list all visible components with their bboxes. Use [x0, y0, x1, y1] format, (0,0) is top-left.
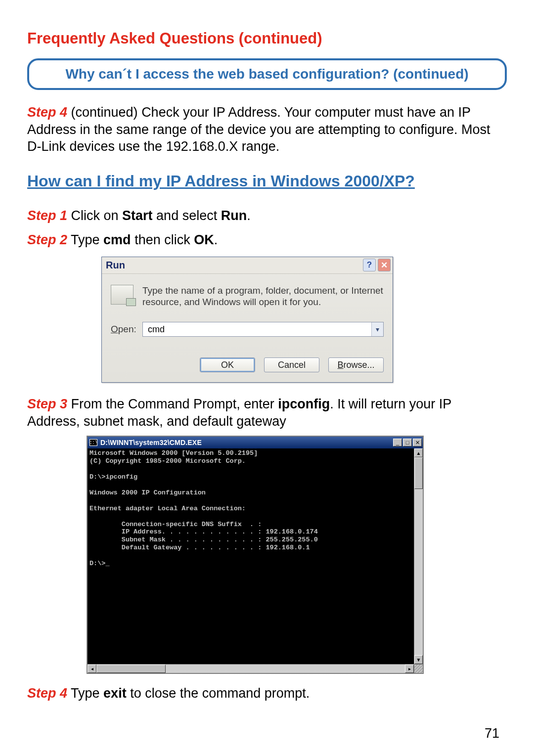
help-button[interactable]: ?	[363, 259, 376, 271]
ok-button[interactable]: OK	[200, 357, 255, 372]
faq-title: Frequently Asked Questions (continued)	[27, 30, 507, 47]
resize-grip-icon[interactable]	[414, 665, 423, 673]
page-number: 71	[485, 726, 499, 741]
scroll-left-icon[interactable]: ◂	[88, 665, 96, 673]
step4-label: Step 4	[27, 686, 67, 701]
open-label: Open:	[111, 324, 142, 335]
step3-line: Step 3 From the Command Prompt, enter ip…	[27, 396, 507, 430]
step2-label: Step 2	[27, 232, 67, 247]
chevron-down-icon[interactable]: ▾	[371, 322, 383, 336]
cmd-titlebar: c:\ D:\WINNT\system32\CMD.EXE _ □ ✕	[88, 437, 423, 448]
step4-cont-paragraph: Step 4 (continued) Check your IP Address…	[27, 104, 507, 155]
hscroll-track[interactable]	[96, 665, 405, 673]
run-dialog: Run ? ✕ Type the name of a program, fold…	[101, 257, 393, 383]
browse-button[interactable]: Browse...	[328, 357, 384, 372]
open-value: cmd	[148, 324, 371, 335]
horizontal-scrollbar[interactable]: ◂ ▸	[88, 664, 423, 673]
question-text: Why can´t I access the web based configu…	[65, 66, 468, 82]
scroll-up-icon[interactable]: ▲	[414, 448, 423, 457]
step2-line: Step 2 Type cmd then click OK.	[27, 232, 507, 248]
run-title: Run	[106, 260, 361, 271]
cancel-button[interactable]: Cancel	[264, 357, 319, 372]
run-icon	[111, 285, 134, 305]
scroll-thumb[interactable]	[414, 457, 423, 489]
close-button[interactable]: ✕	[413, 439, 422, 446]
minimize-button[interactable]: _	[393, 439, 402, 446]
question-box: Why can´t I access the web based configu…	[27, 58, 507, 90]
run-dialog-figure: Run ? ✕ Type the name of a program, fold…	[101, 257, 507, 383]
step-cont: (continued)	[67, 105, 141, 120]
close-button[interactable]: ✕	[378, 259, 391, 271]
step4-line: Step 4 Type exit to close the command pr…	[27, 686, 507, 701]
cmd-window-figure: c:\ D:\WINNT\system32\CMD.EXE _ □ ✕ Micr…	[87, 436, 507, 674]
cmd-window: c:\ D:\WINNT\system32\CMD.EXE _ □ ✕ Micr…	[87, 436, 424, 674]
maximize-button[interactable]: □	[403, 439, 412, 446]
cmd-icon: c:\	[89, 439, 97, 446]
run-description: Type the name of a program, folder, docu…	[142, 285, 384, 309]
run-titlebar: Run ? ✕	[102, 257, 393, 274]
step-label: Step 4	[27, 105, 67, 120]
scroll-right-icon[interactable]: ▸	[405, 665, 414, 673]
step3-label: Step 3	[27, 397, 67, 411]
cmd-title: D:\WINNT\system32\CMD.EXE	[100, 439, 392, 446]
hscroll-thumb[interactable]	[96, 665, 166, 673]
subheading: How can I find my IP Address in Windows …	[27, 172, 507, 190]
step1-label: Step 1	[27, 208, 67, 223]
scroll-track[interactable]	[414, 457, 423, 655]
open-combobox[interactable]: cmd ▾	[142, 322, 384, 337]
cmd-output: Microsoft Windows 2000 [Version 5.00.219…	[88, 448, 414, 664]
scroll-down-icon[interactable]: ▼	[414, 655, 423, 664]
vertical-scrollbar[interactable]: ▲ ▼	[414, 448, 423, 664]
step1-line: Step 1 Click on Start and select Run.	[27, 208, 507, 223]
